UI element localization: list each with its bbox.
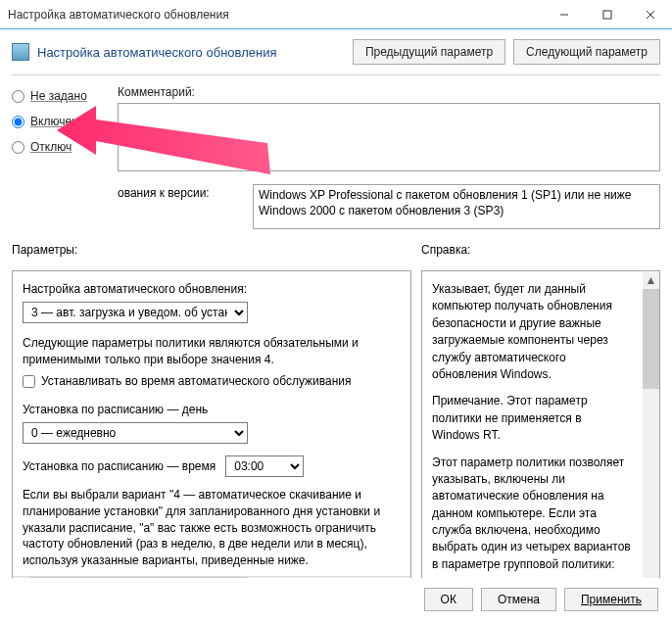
requirements-label: ования к версии: xyxy=(118,184,253,229)
radio-disabled-input[interactable] xyxy=(12,141,24,154)
window-title: Настройка автоматического обновления xyxy=(8,8,543,22)
svg-rect-1 xyxy=(603,11,611,19)
params-section-label: Параметры: xyxy=(12,243,421,257)
schedule-time-label: Установка по расписанию — время xyxy=(23,458,216,475)
apply-button[interactable]: Применить xyxy=(564,588,658,611)
radio-enabled-label: Включено xyxy=(30,115,84,128)
scroll-up-icon[interactable]: ▲ xyxy=(643,272,659,289)
header: Настройка автоматического обновления Пре… xyxy=(0,29,672,71)
policy-icon xyxy=(12,43,29,61)
comment-label: Комментарий: xyxy=(118,85,660,99)
help-p3: Этот параметр политики позволяет указыва… xyxy=(432,455,632,574)
window-titlebar: Настройка автоматического обновления xyxy=(0,0,672,29)
help-section-label: Справка: xyxy=(421,243,470,257)
radio-enabled-input[interactable] xyxy=(12,116,24,128)
update-mode-select[interactable]: 3 — авт. загрузка и уведом. об устан xyxy=(23,302,248,323)
prev-setting-button[interactable]: Предыдущий параметр xyxy=(353,39,505,65)
options-note: Следующие параметры политики являются об… xyxy=(23,335,401,368)
requirements-box[interactable]: Windows XP Professional с пакетом обновл… xyxy=(253,184,660,229)
ok-button[interactable]: ОК xyxy=(424,588,473,611)
update-mode-label: Настройка автоматического обновления: xyxy=(23,281,401,298)
maintenance-checkbox-label: Устанавливать во время автоматического о… xyxy=(41,373,352,390)
radio-disabled[interactable]: Отключ xyxy=(12,140,118,154)
help-panel: Указывает, будет ли данный компьютер пол… xyxy=(421,270,660,594)
schedule-day-label: Установка по расписанию — день xyxy=(23,402,401,418)
maintenance-checkbox[interactable] xyxy=(23,375,35,388)
minimize-button[interactable] xyxy=(543,0,586,29)
help-vscrollbar[interactable]: ▲ ▼ xyxy=(643,272,659,592)
divider xyxy=(12,74,660,75)
options-bottom-text: Если вы выбрали вариант "4 — автоматичес… xyxy=(23,487,401,569)
radio-not-configured-input[interactable] xyxy=(12,90,24,103)
footer: ОК Отмена Применить xyxy=(0,578,672,623)
radio-not-configured[interactable]: Не задано xyxy=(12,89,118,103)
help-p1: Указывает, будет ли данный компьютер пол… xyxy=(432,281,632,383)
maximize-button[interactable] xyxy=(586,0,629,29)
state-radios: Не задано Включено Отключ xyxy=(12,85,118,229)
vscroll-thumb[interactable] xyxy=(643,289,659,389)
next-setting-button[interactable]: Следующий параметр xyxy=(513,39,660,65)
close-button[interactable] xyxy=(629,0,672,29)
header-title: Настройка автоматического обновления xyxy=(37,45,345,60)
radio-enabled[interactable]: Включено xyxy=(12,115,118,128)
schedule-day-select[interactable]: 0 — ежедневно xyxy=(23,422,248,444)
schedule-time-select[interactable]: 03:00 xyxy=(225,455,304,477)
radio-not-configured-label: Не задано xyxy=(30,89,87,103)
cancel-button[interactable]: Отмена xyxy=(481,588,556,611)
maintenance-checkbox-row[interactable]: Устанавливать во время автоматического о… xyxy=(23,373,401,390)
comment-textarea[interactable] xyxy=(118,103,660,171)
radio-disabled-label: Отключ xyxy=(30,140,72,154)
help-p2: Примечание. Этот параметр политики не пр… xyxy=(432,393,632,444)
options-panel: Настройка автоматического обновления: 3 … xyxy=(12,270,411,594)
